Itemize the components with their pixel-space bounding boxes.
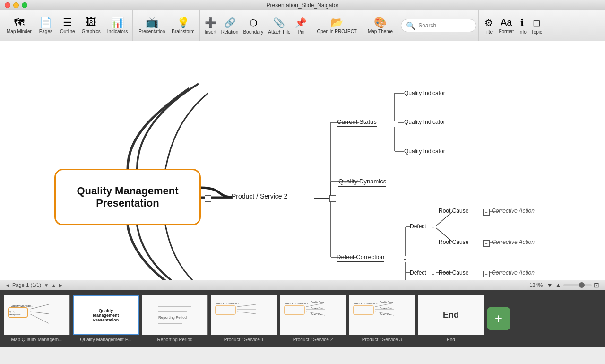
svg-text:Quality Dyna...: Quality Dyna...	[311, 301, 326, 303]
thumb-label-6: Product / Service 3	[362, 337, 402, 342]
next-page-button[interactable]: ▶	[59, 283, 63, 288]
thumb-frame-6: Product / Service 3 Quality Dyna... Curr…	[349, 295, 415, 335]
outline-button[interactable]: ☰ Outline	[57, 13, 78, 38]
add-slide-button[interactable]: +	[487, 307, 510, 330]
thumbnail-3[interactable]: Reporting Period Reporting Period	[142, 295, 208, 342]
search-box[interactable]: 🔍	[401, 19, 476, 32]
toolbar-group-insert: ➕ Insert 🔗 Relation ⬡ Boundary 📎 Attach …	[201, 10, 311, 41]
thumbnail-7[interactable]: End End	[418, 295, 484, 342]
map-theme-button[interactable]: 🎨 Map Theme	[365, 13, 396, 38]
zoom-down-button[interactable]: ▼	[546, 281, 553, 289]
close-button[interactable]	[5, 2, 10, 8]
indicators-button[interactable]: 📊 Indicators	[104, 13, 130, 38]
format-button[interactable]: Aa Format	[497, 13, 516, 38]
svg-line-30	[30, 312, 49, 314]
quality-indicator-2-label: Quality Indicator	[404, 119, 445, 125]
root-cause-2-collapse[interactable]: −	[483, 240, 490, 247]
thumb-frame-2: Quality Management Presentation	[73, 295, 139, 335]
minimize-button[interactable]	[13, 2, 19, 8]
topic-button[interactable]: ◻ Topic	[529, 13, 544, 38]
info-label: Info	[519, 29, 527, 35]
thumb-reporting-svg: Reporting Period	[144, 297, 206, 333]
relation-label: Relation	[221, 29, 239, 35]
pin-label: Pin	[298, 29, 304, 35]
insert-icon: ➕	[205, 17, 216, 28]
quality-indicator-3-label: Quality Indicator	[404, 148, 445, 155]
filter-button[interactable]: ⚙ Filter	[482, 13, 496, 38]
svg-rect-43	[216, 306, 235, 314]
defect-1-collapse[interactable]: −	[430, 225, 436, 231]
presentation-icon: 📺	[146, 17, 158, 28]
root-cause-2-label: Root Cause	[439, 239, 468, 245]
thumbnail-6[interactable]: Product / Service 3 Quality Dyna... Curr…	[349, 295, 415, 342]
toolbar-group-project: 📂 Open in PROJECT	[312, 10, 362, 41]
thumb-frame-4: Product / Service 1	[211, 295, 277, 335]
statusbar-left: ◀ Page-1 (1/1) ▼ ▲ ▶	[6, 282, 63, 288]
outline-label: Outline	[60, 29, 75, 34]
product-service-2-label: Product / Service 2	[232, 192, 287, 200]
current-status-collapse[interactable]: −	[392, 121, 398, 127]
page-up-button[interactable]: ▲	[52, 283, 56, 288]
page-down-button[interactable]: ▼	[44, 283, 49, 288]
svg-text:Management: Management	[9, 313, 21, 316]
product-service-2-collapse[interactable]: −	[329, 195, 336, 202]
thumbnail-2[interactable]: Quality Management Presentation Quality …	[73, 295, 139, 342]
map-minder-icon: 🗺	[14, 17, 24, 28]
info-button[interactable]: ℹ Info	[517, 13, 528, 38]
window-title: Presentation_Slide_Naigator	[267, 2, 339, 9]
corrective-action-1-label: Corrective Action	[492, 208, 535, 214]
boundary-label: Boundary	[243, 29, 263, 35]
svg-text:Quality Dyna...: Quality Dyna...	[380, 301, 395, 303]
svg-text:Reporting Period: Reporting Period	[158, 315, 187, 320]
svg-text:Defect Corr...: Defect Corr...	[311, 313, 324, 316]
titlebar: Presentation_Slide_Naigator	[0, 0, 605, 10]
fullscreen-button[interactable]: ⊡	[594, 281, 599, 289]
quality-dynamics-label: Quality Dynamics	[338, 178, 386, 187]
search-icon: 🔍	[406, 21, 415, 30]
defect-2-collapse[interactable]: −	[430, 271, 436, 277]
brainstorm-button[interactable]: 💡 Brainstorm	[169, 13, 197, 38]
pages-button[interactable]: 📄 Pages	[35, 13, 56, 38]
thumbnail-5[interactable]: Product / Service 2 Quality Dyna... Curr…	[280, 295, 346, 342]
presentation-button[interactable]: 📺 Presentation	[136, 13, 168, 38]
corrective-action-3-label: Corrective Action	[492, 269, 535, 276]
current-status-label: Current Status	[337, 118, 377, 127]
thumbnail-4[interactable]: Product / Service 1 Product / Service 1	[211, 295, 277, 342]
thumb-frame-5: Product / Service 2 Quality Dyna... Curr…	[280, 295, 346, 335]
search-input[interactable]	[418, 22, 475, 29]
zoom-slider[interactable]	[563, 284, 592, 286]
attach-file-button[interactable]: 📎 Attach File	[266, 13, 292, 38]
defect-correction-collapse[interactable]: −	[402, 256, 408, 262]
boundary-button[interactable]: ⬡ Boundary	[241, 13, 265, 38]
root-cause-3-collapse[interactable]: −	[483, 271, 490, 277]
pin-button[interactable]: 📌 Pin	[293, 13, 309, 38]
thumb-label-3: Reporting Period	[157, 337, 192, 342]
graphics-button[interactable]: 🖼 Graphics	[79, 13, 104, 38]
insert-button[interactable]: ➕ Insert	[203, 13, 218, 38]
prev-page-button[interactable]: ◀	[6, 283, 9, 288]
filter-label: Filter	[484, 29, 494, 35]
outline-icon: ☰	[63, 17, 72, 28]
toolbar-group-right: ⚙ Filter Aa Format ℹ Info ◻ Topic	[480, 10, 546, 41]
presentation-label: Presentation	[138, 29, 165, 34]
brainstorm-label: Brainstorm	[172, 29, 194, 34]
canvas-area[interactable]: Quality Management Presentation − Produc…	[0, 41, 605, 280]
map-minder-button[interactable]: 🗺 Map Minder	[4, 13, 35, 38]
boundary-icon: ⬡	[249, 17, 257, 28]
maximize-button[interactable]	[22, 2, 27, 8]
info-icon: ℹ	[520, 17, 524, 28]
root-cause-1-label: Root Cause	[439, 208, 468, 214]
root-cause-3-label: Root Cause	[439, 269, 468, 276]
map-theme-label: Map Theme	[368, 29, 393, 34]
thumb-frame-3: Reporting Period	[142, 295, 208, 335]
svg-line-42	[237, 312, 256, 314]
relation-button[interactable]: 🔗 Relation	[219, 13, 241, 38]
zoom-up-button[interactable]: ▲	[555, 281, 562, 289]
open-in-project-button[interactable]: 📂 Open in PROJECT	[314, 13, 359, 38]
root-cause-1-collapse[interactable]: −	[483, 209, 490, 216]
central-node[interactable]: Quality Management Presentation	[54, 169, 201, 225]
central-node-collapse[interactable]: −	[205, 195, 211, 202]
thumbnail-1[interactable]: Quality Manage... Quality Management Map…	[4, 295, 70, 342]
graphics-icon: 🖼	[86, 17, 96, 28]
brainstorm-icon: 💡	[177, 17, 190, 28]
